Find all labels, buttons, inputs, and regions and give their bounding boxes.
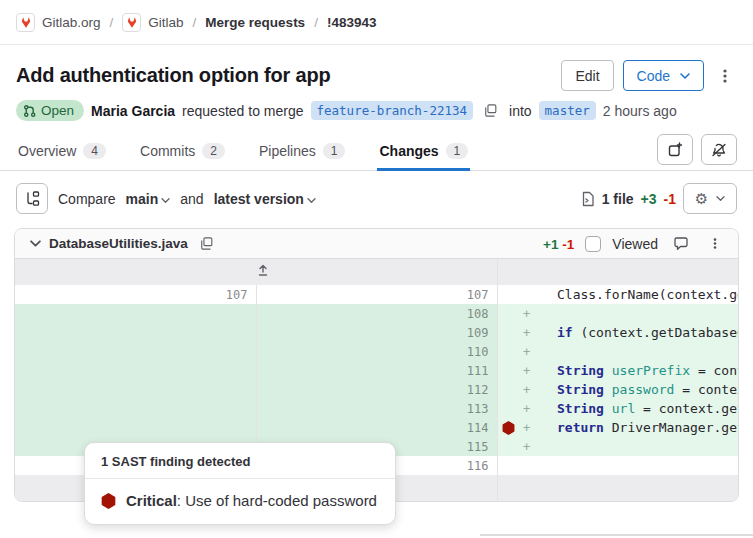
collapse-file-chevron-icon[interactable] bbox=[30, 239, 41, 248]
comment-icon[interactable] bbox=[669, 234, 693, 253]
file-deletions: -1 bbox=[562, 237, 574, 252]
new-line-number[interactable]: 110 bbox=[256, 342, 497, 361]
code-cell: + cnfe) bbox=[497, 437, 738, 456]
breadcrumb-item-label: Gitlab.org bbox=[42, 15, 101, 30]
copy-file-path-icon[interactable] bbox=[196, 234, 218, 253]
code-text: Class.forName(context.getDatabaseDriver(… bbox=[534, 285, 739, 304]
source-branch-chip[interactable]: feature-branch-22134 bbox=[311, 101, 474, 120]
breadcrumb-group[interactable]: Gitlab.org bbox=[16, 13, 101, 32]
breadcrumb-separator: / bbox=[110, 15, 114, 30]
finding-description: : Use of hard-coded password bbox=[177, 492, 377, 509]
old-line-number[interactable] bbox=[15, 399, 256, 418]
severity-label: Critical bbox=[126, 492, 177, 509]
diff-marker: + bbox=[520, 421, 534, 435]
diff-marker: + bbox=[520, 326, 534, 340]
breadcrumb-merge-requests[interactable]: Merge requests bbox=[205, 15, 305, 30]
breadcrumb-item-label: Gitlab bbox=[148, 15, 183, 30]
diff-marker: + bbox=[520, 440, 534, 454]
tab-count-badge: 4 bbox=[83, 143, 106, 159]
edit-button[interactable]: Edit bbox=[561, 60, 613, 91]
code-dropdown-button[interactable]: Code bbox=[623, 60, 704, 91]
breadcrumb-mr-id: !483943 bbox=[327, 15, 377, 30]
breadcrumb: Gitlab.org / Gitlab / Merge requests / !… bbox=[0, 0, 753, 45]
tab-pipelines[interactable]: Pipelines 1 bbox=[257, 136, 348, 171]
files-count: 1 file bbox=[602, 191, 634, 207]
breadcrumb-separator: / bbox=[314, 15, 318, 30]
sast-finding-text[interactable]: Critical: Use of hard-coded password bbox=[126, 492, 377, 509]
new-line-number[interactable]: 114 bbox=[256, 418, 497, 437]
target-branch-chip[interactable]: master bbox=[539, 101, 596, 120]
expand-row bbox=[15, 259, 738, 285]
arrow-up-bar-icon bbox=[257, 264, 269, 277]
tab-label: Commits bbox=[140, 143, 195, 159]
source-version-dropdown[interactable]: main bbox=[126, 191, 171, 207]
file-name[interactable]: DatabaseUtilities.java bbox=[49, 236, 188, 251]
notifications-off-button[interactable] bbox=[701, 134, 737, 165]
mr-author[interactable]: Maria Garcia bbox=[91, 103, 175, 119]
new-line-number[interactable]: 108 bbox=[256, 304, 497, 323]
compare-label: Compare bbox=[58, 191, 116, 207]
expand-row-filler bbox=[497, 259, 738, 285]
viewed-checkbox[interactable] bbox=[585, 236, 601, 252]
new-line-number[interactable]: 112 bbox=[256, 380, 497, 399]
breadcrumb-separator: / bbox=[193, 15, 197, 30]
tab-label: Overview bbox=[18, 143, 76, 159]
chevron-down-icon bbox=[161, 197, 170, 204]
old-line-number[interactable]: 107 bbox=[15, 285, 256, 304]
new-line-number[interactable]: 107 bbox=[256, 285, 497, 304]
total-deletions: -1 bbox=[664, 191, 676, 207]
tab-count-badge: 2 bbox=[202, 143, 225, 159]
more-actions-kebab-button[interactable] bbox=[713, 66, 737, 86]
target-version-dropdown[interactable]: latest version bbox=[214, 191, 316, 207]
sast-popup-title: 1 SAST finding detected bbox=[85, 443, 395, 479]
file-options-kebab-icon[interactable] bbox=[704, 234, 726, 253]
tab-overview[interactable]: Overview 4 bbox=[16, 136, 108, 171]
file-tree-toggle-button[interactable] bbox=[16, 183, 48, 214]
chevron-down-icon bbox=[716, 195, 725, 202]
old-line-number[interactable] bbox=[15, 361, 256, 380]
gear-icon: ⚙ bbox=[695, 191, 708, 206]
code-text: cnfe) bbox=[534, 437, 739, 456]
critical-severity-hexagon-icon bbox=[101, 493, 116, 509]
old-line-number[interactable] bbox=[15, 304, 256, 323]
expand-row-filler bbox=[497, 475, 738, 501]
code-cell: + return DriverManager.getConnection(url… bbox=[497, 418, 738, 437]
expand-up-button[interactable] bbox=[15, 259, 497, 285]
mr-title-row: Add authentication option for app Edit C… bbox=[16, 60, 737, 91]
tab-label: Pipelines bbox=[259, 143, 316, 159]
code-cell: + if (context.getDatabaseConnectionStrin… bbox=[497, 323, 738, 342]
code-dropdown-label: Code bbox=[637, 68, 670, 84]
code-text: String url = context.getDatabaseConnecti… bbox=[534, 399, 739, 418]
sast-finding-icon[interactable] bbox=[498, 421, 520, 435]
tab-commits[interactable]: Commits 2 bbox=[138, 136, 227, 171]
diff-line-107: 107107 Class.forName(context.getDatabase… bbox=[15, 285, 738, 304]
and-label: and bbox=[180, 191, 203, 207]
code-text: if (context.getDatabaseConnectionString(… bbox=[534, 323, 739, 342]
diff-line-110: 110+ bbox=[15, 342, 738, 361]
new-line-number[interactable]: 111 bbox=[256, 361, 497, 380]
chevron-down-icon bbox=[680, 72, 690, 80]
diff-marker: + bbox=[520, 364, 534, 378]
diff-settings-button[interactable]: ⚙ bbox=[683, 183, 737, 214]
diff-marker: + bbox=[520, 383, 534, 397]
old-line-number[interactable] bbox=[15, 380, 256, 399]
total-additions: +3 bbox=[641, 191, 657, 207]
code-text: return DriverManager.getConnection(url, … bbox=[534, 418, 739, 437]
breadcrumb-project[interactable]: Gitlab bbox=[122, 13, 183, 32]
add-todo-button[interactable] bbox=[657, 134, 693, 165]
sast-findings-popup: 1 SAST finding detected Critical: Use of… bbox=[84, 442, 396, 525]
old-line-number[interactable] bbox=[15, 323, 256, 342]
diff-marker: + bbox=[520, 307, 534, 321]
tab-count-badge: 1 bbox=[323, 143, 346, 159]
new-line-number[interactable]: 109 bbox=[256, 323, 497, 342]
viewed-label: Viewed bbox=[612, 236, 658, 252]
code-cell: Class.forName(context.getDatabaseDriver(… bbox=[497, 285, 738, 304]
status-into-text: into bbox=[509, 103, 532, 119]
code-text: String password = context.getDatabasePas… bbox=[534, 380, 739, 399]
old-line-number[interactable] bbox=[15, 418, 256, 437]
old-line-number[interactable] bbox=[15, 342, 256, 361]
diff-line-113: 113+ String url = context.getDatabaseCon… bbox=[15, 399, 738, 418]
tab-changes[interactable]: Changes 1 bbox=[377, 136, 470, 171]
new-line-number[interactable]: 113 bbox=[256, 399, 497, 418]
copy-branch-icon[interactable] bbox=[480, 101, 502, 120]
